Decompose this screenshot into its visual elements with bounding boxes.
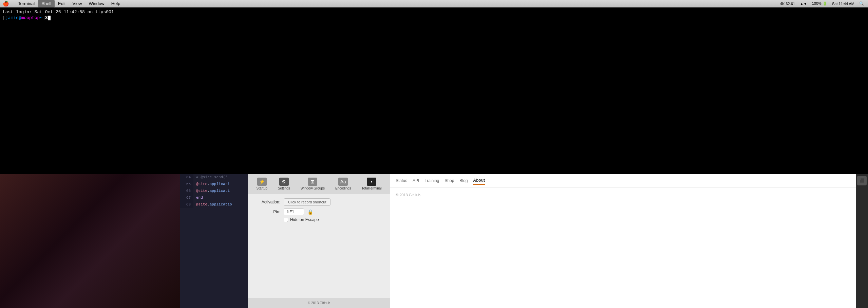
line-number: 67 (180, 194, 193, 201)
menu-item-window[interactable]: Window (85, 0, 108, 7)
code-content: @site.applicati (193, 181, 230, 187)
tt-body: Activation: Click to record shortcut Pin… (248, 194, 390, 298)
menu-items: Terminal Shell Edit View Window Help (15, 0, 124, 7)
code-content: end (193, 194, 203, 201)
tt-toolbar-window-groups-label: Window Groups (301, 186, 325, 190)
lock-icon: 🔒 (307, 209, 313, 215)
menu-item-help[interactable]: Help (108, 0, 124, 7)
window-groups-icon: ⊞ (308, 178, 317, 186)
terminal-window[interactable]: Last login: Sat Oct 26 11:42:58 on ttys0… (0, 7, 868, 174)
code-editor-panel: 64 # @site.send(' 65 @site.applicati 66 … (180, 174, 248, 308)
tt-toolbar-settings-label: Settings (278, 186, 290, 190)
wifi-icon[interactable]: ▲▼ (798, 2, 809, 6)
tt-toolbar-totalterminal-label: TotalTerminal (362, 186, 382, 190)
prompt-bracket-open: [ (3, 15, 5, 20)
totalterminal-panel: ⚡ Startup ⚙ Settings ⊞ Window Groups Aa … (248, 174, 390, 308)
activation-row: Activation: Click to record shortcut (253, 198, 385, 206)
gh-nav-shop[interactable]: Shop (445, 177, 454, 184)
tt-toolbar: ⚡ Startup ⚙ Settings ⊞ Window Groups Aa … (248, 174, 390, 194)
terminal-prompt-line: [ jamie @ mooptop ~ ]$ (3, 15, 865, 20)
github-panel: Status API Training Shop Blog About © 20… (390, 174, 856, 308)
gh-nav-blog[interactable]: Blog (459, 177, 468, 184)
tt-copyright: © 2013 GitHub (308, 301, 330, 305)
github-body: © 2013 GitHub (390, 187, 856, 308)
prompt-at: @ (19, 15, 21, 20)
dock-icon-terminal[interactable]: ⬛ (857, 176, 867, 185)
prompt-hostname: mooptop (21, 15, 40, 20)
startup-icon: ⚡ (257, 178, 267, 186)
prompt-path: ~ (40, 15, 42, 20)
pin-row: Pin: 🔒 (253, 209, 385, 215)
network-status: 4K 62.61 (779, 2, 796, 6)
github-copyright: © 2013 GitHub (396, 193, 420, 197)
battery-indicator: 100% 🔋 (811, 1, 829, 6)
terminal-login-line: Last login: Sat Oct 26 11:42:58 on ttys0… (3, 10, 865, 15)
tt-toolbar-window-groups[interactable]: ⊞ Window Groups (298, 176, 327, 192)
apple-logo-icon[interactable]: 🍎 (3, 1, 9, 7)
line-number: 68 (180, 201, 193, 208)
spotlight-icon[interactable]: 🔍 (858, 1, 865, 6)
code-line-68: 68 @site.applicatio (180, 201, 248, 208)
code-line-67: 67 end (180, 194, 248, 201)
gh-nav-training[interactable]: Training (424, 177, 439, 184)
line-number: 65 (180, 181, 193, 187)
tt-toolbar-encodings[interactable]: Aa Encodings (333, 176, 354, 192)
tt-toolbar-totalterminal[interactable]: ▪ TotalTerminal (359, 176, 384, 192)
tt-toolbar-startup-label: Startup (256, 186, 267, 190)
hide-on-escape-checkbox[interactable] (284, 218, 288, 222)
totalterminal-icon: ▪ (367, 178, 376, 186)
tt-toolbar-settings[interactable]: ⚙ Settings (275, 176, 293, 192)
record-shortcut-button[interactable]: Click to record shortcut (284, 198, 331, 206)
gh-nav-api[interactable]: API (413, 177, 419, 184)
settings-icon: ⚙ (279, 178, 289, 186)
prompt-suffix: ]$ (42, 15, 48, 20)
encodings-icon: Aa (338, 178, 348, 186)
github-nav: Status API Training Shop Blog About (390, 174, 856, 187)
tt-footer: © 2013 GitHub (248, 298, 390, 308)
gh-nav-status[interactable]: Status (396, 177, 407, 184)
clock: Sat 11:44 AM (831, 2, 856, 6)
dock-area: ⬛ (856, 174, 868, 308)
code-line-66: 66 @site.applicati (180, 187, 248, 194)
tt-toolbar-startup[interactable]: ⚡ Startup (253, 176, 270, 192)
menu-item-terminal[interactable]: Terminal (15, 0, 38, 7)
code-content: @site.applicati (193, 187, 230, 194)
menubar-right: 4K 62.61 ▲▼ 100% 🔋 Sat 11:44 AM 🔍 (779, 1, 865, 6)
menu-item-view[interactable]: View (69, 0, 85, 7)
activation-label: Activation: (253, 200, 280, 204)
code-content: @site.applicatio (193, 201, 232, 208)
menu-item-edit[interactable]: Edit (55, 0, 69, 7)
line-number: 66 (180, 187, 193, 194)
code-content: # @site.send(' (193, 174, 227, 181)
hide-escape-row: Hide on Escape (284, 217, 385, 222)
line-number: 64 (180, 174, 193, 181)
code-line-65: 65 @site.applicati (180, 181, 248, 187)
pin-input[interactable] (284, 209, 304, 215)
bottom-area: 64 # @site.send(' 65 @site.applicati 66 … (0, 174, 868, 308)
menu-item-shell[interactable]: Shell (38, 0, 55, 7)
pin-label: Pin: (253, 210, 280, 214)
menu-bar: 🍎 Terminal Shell Edit View Window Help 4… (0, 0, 868, 7)
prompt-username: jamie (5, 15, 19, 20)
hide-on-escape-label: Hide on Escape (290, 217, 319, 222)
tt-toolbar-encodings-label: Encodings (335, 186, 351, 190)
gh-nav-about[interactable]: About (473, 177, 485, 185)
background-image-area (0, 174, 180, 308)
code-line-64: 64 # @site.send(' (180, 174, 248, 181)
terminal-cursor (48, 16, 51, 20)
